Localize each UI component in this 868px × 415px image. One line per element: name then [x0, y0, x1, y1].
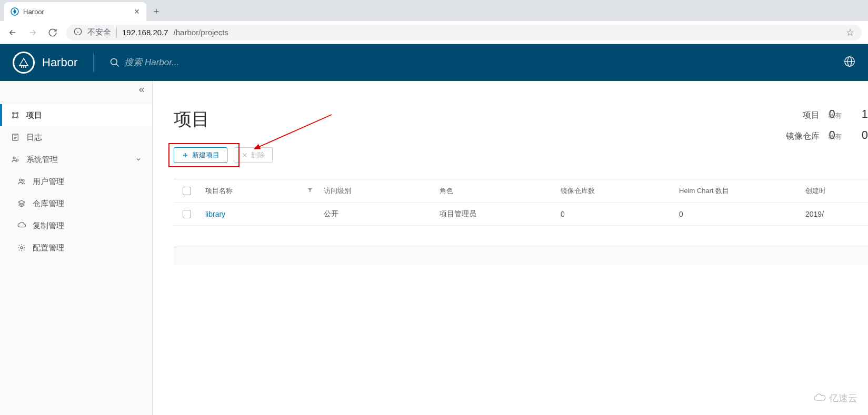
svg-point-12	[13, 117, 14, 118]
app-header: Harbor	[0, 44, 868, 81]
stat-repos-label: 镜像仓库	[786, 131, 820, 142]
forward-button[interactable]	[26, 26, 39, 39]
plus-icon	[182, 151, 189, 159]
svg-line-6	[116, 64, 119, 67]
action-bar: 新建项目 删除	[174, 147, 868, 163]
col-created[interactable]: 创建时	[800, 186, 868, 196]
svg-point-13	[17, 117, 18, 118]
sidebar-item-users[interactable]: 用户管理	[0, 170, 152, 193]
svg-point-20	[19, 179, 22, 181]
svg-point-21	[23, 179, 24, 181]
chevron-down-icon	[135, 155, 142, 164]
cell-helm: 0	[674, 210, 800, 218]
new-project-button[interactable]: 新建项目	[174, 147, 227, 163]
main-content: 项目 项目 0私有 1 镜像仓库 0私有 0 新建项目	[153, 81, 868, 415]
new-project-label: 新建项目	[192, 150, 220, 160]
replication-icon	[17, 221, 26, 230]
stat-repos-extra: 0	[862, 128, 868, 142]
close-icon	[242, 152, 248, 158]
col-helm[interactable]: Helm Chart 数目	[674, 186, 800, 196]
url-path: /harbor/projects	[174, 28, 228, 37]
info-icon[interactable]	[74, 27, 82, 37]
sidebar-item-admin[interactable]: 系统管理	[0, 148, 152, 170]
browser-tab[interactable]: Harbor ✕	[4, 2, 146, 21]
sidebar-item-projects[interactable]: 项目	[0, 104, 152, 126]
cell-created: 2019/	[800, 210, 868, 218]
project-link[interactable]: library	[205, 210, 225, 218]
sidebar-item-label: 配置管理	[33, 243, 64, 253]
sidebar-item-label: 项目	[26, 110, 42, 120]
svg-point-5	[111, 59, 117, 65]
harbor-logo[interactable]: Harbor	[13, 52, 77, 74]
filter-icon[interactable]	[307, 187, 313, 195]
table-row[interactable]: library 公开 项目管理员 0 0 2019/	[174, 203, 868, 226]
projects-icon	[11, 111, 20, 119]
svg-point-19	[16, 159, 18, 161]
svg-point-22	[21, 247, 23, 249]
url-host: 192.168.20.7	[122, 28, 168, 37]
harbor-logo-icon	[13, 52, 35, 74]
cell-access: 公开	[318, 209, 434, 219]
registry-icon	[17, 199, 26, 208]
col-access[interactable]: 访问级别	[318, 186, 434, 196]
search-icon	[109, 57, 120, 68]
tab-favicon-icon	[11, 7, 19, 16]
table-header-row: 项目名称 访问级别 角色 镜像仓库数 Helm Chart 数目 创建时	[174, 179, 868, 203]
sidebar-item-replication[interactable]: 复制管理	[0, 215, 152, 237]
sidebar-item-label: 复制管理	[33, 221, 64, 231]
new-tab-button[interactable]: +	[148, 4, 164, 19]
brand-name: Harbor	[42, 56, 77, 69]
watermark: 亿速云	[812, 392, 857, 404]
svg-point-11	[17, 113, 18, 114]
stats-panel: 项目 0私有 1 镜像仓库 0私有 0	[736, 107, 868, 149]
stat-projects-unit: 私有	[828, 112, 842, 119]
select-all-checkbox[interactable]	[183, 187, 191, 195]
tab-title: Harbor	[23, 8, 129, 16]
row-checkbox[interactable]	[183, 210, 191, 218]
back-button[interactable]	[6, 26, 19, 39]
close-tab-icon[interactable]: ✕	[134, 7, 140, 16]
collapse-sidebar-icon[interactable]	[136, 85, 146, 97]
delete-label: 删除	[251, 150, 265, 160]
sidebar-item-registries[interactable]: 仓库管理	[0, 193, 152, 215]
language-icon[interactable]	[844, 56, 855, 70]
security-status: 不安全	[87, 27, 117, 37]
col-role[interactable]: 角色	[434, 186, 555, 196]
browser-toolbar: 不安全 192.168.20.7/harbor/projects ☆	[0, 21, 868, 44]
sidebar-item-label: 日志	[26, 133, 42, 143]
sidebar-item-logs[interactable]: 日志	[0, 126, 152, 148]
sidebar-item-label: 仓库管理	[33, 199, 64, 209]
bookmark-icon[interactable]: ☆	[846, 27, 854, 38]
address-bar[interactable]: 不安全 192.168.20.7/harbor/projects ☆	[66, 25, 862, 41]
col-repos[interactable]: 镜像仓库数	[555, 186, 674, 196]
svg-point-10	[13, 113, 14, 114]
svg-rect-4	[19, 65, 28, 66]
delete-button[interactable]: 删除	[234, 147, 273, 163]
global-search[interactable]	[109, 57, 833, 68]
sidebar-item-label: 系统管理	[26, 155, 58, 165]
table-footer	[174, 247, 868, 266]
gear-icon	[17, 244, 26, 252]
search-input[interactable]	[124, 57, 282, 68]
stat-projects-label: 项目	[803, 110, 820, 121]
cell-repos: 0	[555, 210, 674, 218]
logs-icon	[11, 133, 20, 141]
sidebar-item-label: 用户管理	[33, 177, 64, 187]
cell-role: 项目管理员	[434, 209, 555, 219]
header-divider	[93, 53, 94, 72]
projects-table: 项目名称 访问级别 角色 镜像仓库数 Helm Chart 数目 创建时 lib…	[174, 179, 868, 266]
users-icon	[17, 177, 26, 186]
svg-point-18	[13, 157, 15, 159]
stat-repos-unit: 私有	[828, 133, 842, 140]
stat-projects-extra: 1	[862, 107, 868, 121]
col-name[interactable]: 项目名称	[200, 186, 318, 196]
reload-button[interactable]	[46, 26, 59, 39]
browser-tab-strip: Harbor ✕ +	[0, 0, 868, 21]
admin-icon	[11, 155, 20, 164]
sidebar: 项目 日志 系统管理 用户管理 仓库管理 复制管理	[0, 81, 153, 415]
sidebar-item-config[interactable]: 配置管理	[0, 237, 152, 259]
